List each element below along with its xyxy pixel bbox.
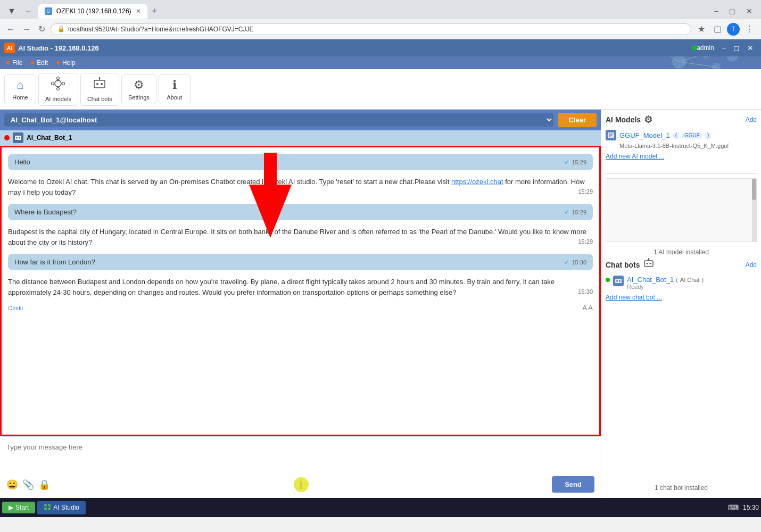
add-new-model-link[interactable]: Add new AI model ... (606, 153, 664, 160)
chatbot-status-1: Ready (627, 284, 704, 290)
settings-icon: ⚙ (134, 78, 144, 92)
keyboard-icon: ⌨ (728, 503, 739, 512)
connection-name: AI_Chat_Bot_1 (27, 134, 72, 142)
app-title-text: AI Studio - 192.168.0.126 (18, 44, 99, 52)
msg-user-1-meta: ✓ 15:29 (564, 159, 586, 166)
chat-area: AI_Chat_Bot_1@localhost Clear AI_Chat_Bo… (0, 110, 601, 498)
taskbar-app-icon (44, 503, 51, 512)
add-chatbot-link[interactable]: Add (746, 261, 757, 269)
toolbar-home-button[interactable]: ⌂ Home (4, 74, 36, 104)
model-name-1[interactable]: GGUF_Model_1 (619, 131, 670, 139)
home-label: Home (12, 94, 28, 101)
svg-point-19 (96, 83, 98, 85)
ai-models-title: AI Models (606, 115, 641, 124)
model-item-1: GGUF_Model_1 ( GGUF ) (606, 130, 757, 140)
svg-rect-39 (44, 504, 47, 506)
add-ai-model-link[interactable]: Add (746, 116, 757, 123)
add-new-chatbot-link[interactable]: Add new chat bot ... (606, 294, 662, 301)
chat-bots-section: Chat bots Add (606, 258, 757, 302)
taskbar-right: ⌨ 15:30 (728, 503, 759, 512)
taskbar-app-button[interactable]: AI Studio (37, 501, 86, 514)
toolbar-ai-models-button[interactable]: AI models (38, 73, 78, 106)
start-button[interactable]: ▶ Start (2, 502, 35, 513)
svg-rect-40 (48, 504, 51, 506)
lock-icon[interactable]: 🔒 (38, 479, 50, 491)
ai-models-header: AI Models ⚙ Add (606, 114, 757, 126)
taskbar-app-label: AI Studio (53, 504, 79, 511)
svg-point-37 (616, 280, 618, 282)
chatbot-type-badge: ( (676, 277, 678, 283)
status-dot (4, 135, 10, 140)
maximize-browser[interactable]: ◻ (725, 6, 740, 16)
main-area: AI_Chat_Bot_1@localhost Clear AI_Chat_Bo… (0, 110, 761, 498)
model-icon-1 (606, 130, 616, 140)
chatbot-info-1: AI_Chat_Bot_1 ( AI Chat ) Ready (627, 276, 704, 290)
close-window[interactable]: ✕ (744, 43, 757, 53)
ai-models-section: AI Models ⚙ Add GGUF_Model_1 (606, 114, 757, 161)
chat-header: AI_Chat_Bot_1@localhost Clear (0, 110, 601, 130)
minimize-window[interactable]: − (718, 43, 729, 53)
input-icons: 😀 📎 🔒 (6, 479, 50, 491)
toolbar-settings-button[interactable]: ⚙ Settings (121, 74, 156, 104)
divider-1 (606, 173, 757, 174)
browser-back[interactable]: ← (21, 5, 36, 17)
message-bot-1: Welcome to Ozeki AI chat. This chat is s… (8, 174, 593, 200)
tab-item[interactable]: O OZEKI 10 (192.168.0.126) ✕ (38, 4, 147, 19)
address-lock-icon: 🔒 (57, 26, 65, 32)
admin-label: admin (697, 44, 714, 52)
menu-dot-help (56, 61, 60, 64)
nav-forward-button[interactable]: → (20, 23, 33, 35)
msg-user-3-time: 15:30 (572, 259, 586, 265)
svg-rect-31 (644, 261, 653, 267)
menubar: File Edit Help (0, 56, 761, 69)
minimize-browser[interactable]: − (710, 6, 723, 16)
cursor-area: | (50, 477, 552, 492)
browser-nav-icons: ★ ▢ T ⋮ (694, 23, 757, 36)
messages-area[interactable]: Hello ✓ 15:29 Welcome to Ozeki AI chat. … (0, 146, 601, 436)
toolbar-chat-bots-button[interactable]: Chat bots (80, 73, 119, 106)
svg-point-10 (57, 77, 60, 79)
menu-edit[interactable]: Edit (27, 58, 52, 68)
attachment-icon[interactable]: 📎 (22, 479, 34, 491)
svg-rect-36 (615, 279, 622, 283)
emoji-icon[interactable]: 😀 (6, 479, 18, 491)
scrollbar-thumb[interactable] (752, 179, 756, 200)
chatbot-name-1[interactable]: AI_Chat_Bot_1 (627, 276, 674, 284)
restore-window[interactable]: ◻ (730, 43, 743, 53)
ozeki-link[interactable]: https://ozeki.chat (451, 178, 503, 186)
svg-point-38 (619, 280, 621, 282)
extension-button[interactable]: ▢ (710, 23, 725, 36)
message-input[interactable] (3, 440, 598, 472)
home-icon: ⌂ (16, 78, 23, 92)
msg-user-1-text: Hello (14, 158, 30, 166)
send-button[interactable]: Send (552, 476, 594, 493)
right-panel: AI Models ⚙ Add GGUF_Model_1 (601, 110, 761, 498)
bot-selector[interactable]: AI_Chat_Bot_1@localhost (4, 113, 553, 127)
menu-help[interactable]: Help (52, 58, 80, 68)
clear-button[interactable]: Clear (558, 113, 597, 127)
tab-bar: ▼ ← O OZEKI 10 (192.168.0.126) ✕ + − ◻ ✕ (0, 0, 761, 19)
msg-bot-1-time: 15:29 (578, 187, 593, 196)
profile-icon[interactable]: T (727, 23, 740, 36)
tab-close-icon[interactable]: ✕ (136, 7, 141, 15)
svg-point-1 (701, 56, 710, 58)
svg-rect-42 (48, 508, 51, 510)
input-toolbar: 😀 📎 🔒 | Send (3, 474, 598, 495)
address-bar[interactable]: 🔒 localhost:9520/AI+Studio/?a=Home&ncref… (51, 23, 691, 35)
nav-reload-button[interactable]: ↻ (36, 23, 47, 35)
browser-back-list[interactable]: ▼ (4, 5, 19, 17)
bookmark-button[interactable]: ★ (694, 23, 708, 36)
close-browser[interactable]: ✕ (742, 6, 757, 16)
svg-point-11 (57, 87, 60, 90)
model-tag-close: ) (705, 132, 711, 139)
toolbar-about-button[interactable]: ℹ About (159, 74, 191, 104)
message-bot-2: Budapest is the capital city of Hungary,… (8, 225, 593, 250)
menu-file[interactable]: File (2, 58, 27, 68)
chatbot-item-1: AI_Chat_Bot_1 ( AI Chat ) Ready (606, 276, 757, 290)
checkmark-3: ✓ (564, 259, 569, 266)
font-size-controls[interactable]: A A (582, 304, 593, 312)
svg-point-12 (52, 82, 54, 85)
new-tab-button[interactable]: + (150, 6, 160, 17)
nav-back-button[interactable]: ← (4, 23, 17, 35)
menu-button[interactable]: ⋮ (742, 23, 757, 36)
